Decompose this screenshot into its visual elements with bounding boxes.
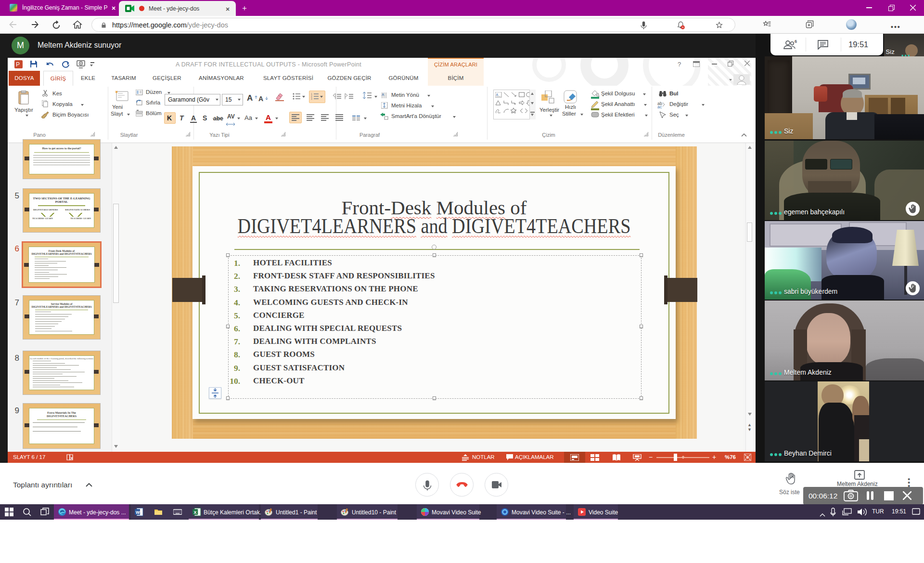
svg-text:x: x — [71, 456, 73, 460]
svg-text:3: 3 — [311, 97, 312, 100]
svg-text:A: A — [382, 92, 385, 97]
svg-text:W: W — [136, 510, 140, 515]
svg-text:6: 6 — [795, 39, 797, 44]
svg-text:P: P — [16, 61, 20, 68]
svg-text:ac: ac — [657, 105, 662, 109]
svg-text:A: A — [496, 93, 499, 96]
svg-text:X: X — [194, 510, 197, 515]
